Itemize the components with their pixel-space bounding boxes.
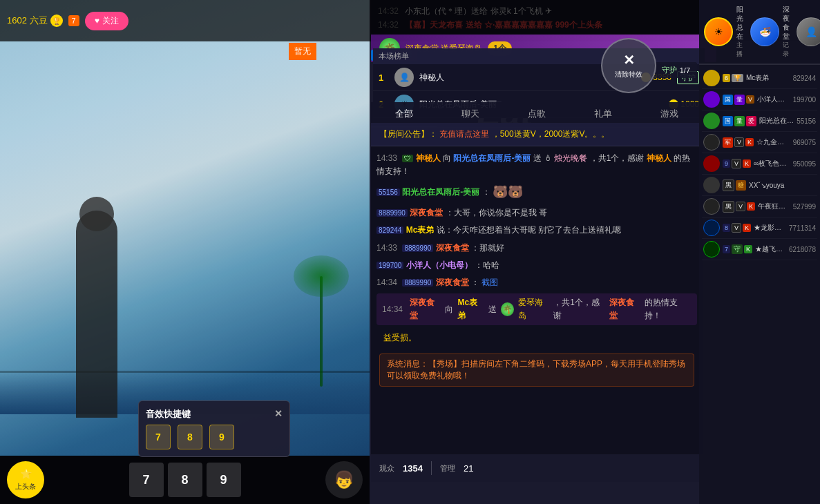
viewer-avatar-3 [703,113,720,129]
viewer-item-6[interactable]: 黑 糖 XXˇ↘youya [702,175,817,196]
viewer-avatar-7 [703,198,720,215]
announcement-link[interactable]: 充值请点这里 [439,129,489,139]
streamer-name-1: 阳光总在 [736,5,743,41]
featured-streamer-2[interactable]: 🍜 深夜食堂 记录 [748,3,792,61]
chat-msg-7: 14:34 8889990 深夜食堂 ： 截图 [376,276,697,289]
viewer-avatar-1 [703,70,720,86]
shortcut-close-button[interactable]: ✕ [274,408,283,420]
clear-effects-button[interactable]: ✕ 清除特效 [601,38,656,93]
viewer-score-5: 950095 [793,160,816,168]
viewer-badges-1: 6 🏆 [723,74,743,82]
viewer-item-7[interactable]: 黑 V K 午夜狂奔猫 527999 [702,196,817,217]
coin-amount: 1602 六豆 [7,14,48,27]
viewer-item-8[interactable]: 8 V K ★龙影★回锅肉★ 7711314 [702,217,817,239]
viewer-badges-8: 8 V K [723,223,751,233]
viewer-score-8: 7711314 [789,224,816,232]
viewer-name-3: 阳光总在凤雨后-美 [759,116,794,126]
user-coins: 1602 六豆 🏆 [7,14,63,27]
viewer-avatar-8 [703,220,720,236]
audience-label: 观众 [379,463,394,474]
viewer-item-4[interactable]: 军 V K ☆九金棒☆℃V5★厘 969075 [702,132,817,153]
gift-icon-island: 🌴 [501,302,514,316]
viewer-item-2[interactable]: 国 量 V 小洋人（小电母） 199700 [702,89,817,110]
featured-streamer-3[interactable]: 👤 记... [794,3,820,61]
divider [431,461,432,475]
key-9[interactable]: 9 [209,425,234,449]
viewer-score-3: 55156 [797,117,816,125]
stream-controls: ⭐上头条 7 8 9 👦 [0,456,370,504]
num-9-btn[interactable]: 9 [207,463,241,497]
viewer-avatar-4 [703,134,720,151]
viewer-item-1[interactable]: 6 🏆 Mc表弟 829244 [702,68,817,89]
chat-announcement: 【房间公告】： 充值请点这里 ，500送黄V，2000送紫V。。。 [371,123,703,146]
viewer-avatar-5 [703,155,720,172]
streamer-label-2: 记录 [783,41,790,59]
guard-label: 守护 [662,65,677,75]
chat-msg-5: 14:33 8889990 深夜食堂 ：那就好 [376,242,697,255]
viewer-avatar-9 [703,241,720,258]
key-7[interactable]: 7 [146,425,171,449]
streamer-name-2: 深夜食堂 [783,5,790,41]
viewer-name-2: 小洋人（小电母） [757,95,790,104]
viewer-name-1: Mc表弟 [746,73,790,83]
audience-count: 1354 [403,463,423,474]
viewer-badges-9: 7 守 K [723,244,752,254]
featured-streamer-1[interactable]: ☀ 阳光总在 主播 [702,3,745,61]
avatar-btn[interactable]: 👦 [325,461,363,498]
clear-effects-label: 清除特效 [615,70,642,79]
follow-button[interactable]: ♥ 关注 [85,12,128,30]
viewer-name-4: ☆九金棒☆℃V5★厘 [756,137,790,147]
viewer-score-7: 527999 [793,203,816,211]
chat-msg-1: 14:33 🛡 神秘人 向 阳光总在凤雨后-美丽 送 🕯 烛光晚餐 ，共1个，感… [376,152,697,178]
num-7-btn[interactable]: 7 [129,463,164,497]
coin-icon: 🏆 [50,14,63,27]
clear-x-icon: ✕ [623,52,635,68]
shortcut-title: 音效快捷键 ✕ [146,408,283,420]
user-avatar-icon: 👦 [334,470,354,490]
shortcut-keys: 7 8 9 [146,425,283,449]
viewer-item-3[interactable]: 国 量 爱 阳光总在凤雨后-美 55156 [702,110,817,132]
rank-avatar-1: 👤 [394,68,414,87]
chat-msg-8: 14:34 深夜食堂 向 Mc表弟 送 🌴 爱琴海岛 ，共1个，感谢 深夜食堂 … [376,293,697,325]
rank-num-1: 1 [379,72,389,83]
viewer-item-9[interactable]: 7 守 K ★越飞001 6218078 [702,239,817,260]
viewer-name-5: ∞枚飞色舞★ [754,159,790,168]
medal-level: 7 [68,15,79,26]
viewer-score-2: 199700 [793,96,816,104]
chat-msg-4: 829244 Mc表弟 说：今天咋还想着当大哥呢 别它了去台上送禧礼嗯 [376,224,697,237]
chat-area: 【房间公告】： 充值请点这里 ，500送黄V，2000送紫V。。。 14:33 … [371,123,703,468]
viewer-score-1: 829244 [793,75,816,82]
viewer-badges-6: 黑 糖 [723,180,746,191]
chat-messages: 14:33 🛡 神秘人 向 阳光总在凤雨后-美丽 送 🕯 烛光晚餐 ，共1个，感… [371,146,703,395]
viewer-badges-4: 军 V K [723,137,754,148]
ranking-label: 本场榜单 [379,51,409,61]
manage-count: 21 [464,463,473,474]
viewer-name-6: XXˇ↘youya [749,182,816,189]
viewer-item-5[interactable]: 9 V K ∞枚飞色舞★ 950095 [702,153,817,175]
stream-area [0,0,370,456]
viewer-name-9: ★越飞001 [755,244,786,254]
viewer-name-7: 午夜狂奔猫 [758,202,790,211]
benefit-text: 益受损。 [376,329,697,347]
key-8[interactable]: 8 [178,425,202,449]
streamer-avatar-3: 👤 [797,17,820,46]
manage-label: 管理 [440,463,455,474]
streamer-avatar-2: 🍜 [750,17,779,46]
viewer-badges-7: 黑 V K [723,201,755,213]
right-panel: ☀ 阳光总在 主播 🍜 深夜食堂 记录 👤 记... 6 [699,0,820,504]
viewer-avatar-2 [703,91,720,108]
shortcut-dialog: 音效快捷键 ✕ 7 8 9 [138,400,290,457]
streamer-avatar-1: ☀ [704,17,733,46]
viewer-score-4: 969075 [793,139,816,146]
num-8-btn[interactable]: 8 [168,463,202,497]
star-btn[interactable]: ⭐上头条 [7,461,44,498]
audience-bar: 观众 1354 管理 21 [371,454,703,482]
viewer-score-9: 6218078 [789,246,816,253]
chat-msg-3: 8889990 深夜食堂 ：大哥，你说你是不是我 哥 [376,206,697,220]
viewer-name-8: ★龙影★回锅肉★ [754,223,786,233]
system-notice: 系统消息：【秀场】扫描房间左下角二维码，下载秀场APP，每天用手机登陆秀场可以领… [379,353,694,387]
viewer-badges-2: 国 量 V [723,95,754,105]
live-flag: 暂无 [289,43,316,60]
guard-progress: 1/7 [680,66,690,75]
star-icon: ⭐上头条 [15,468,36,492]
